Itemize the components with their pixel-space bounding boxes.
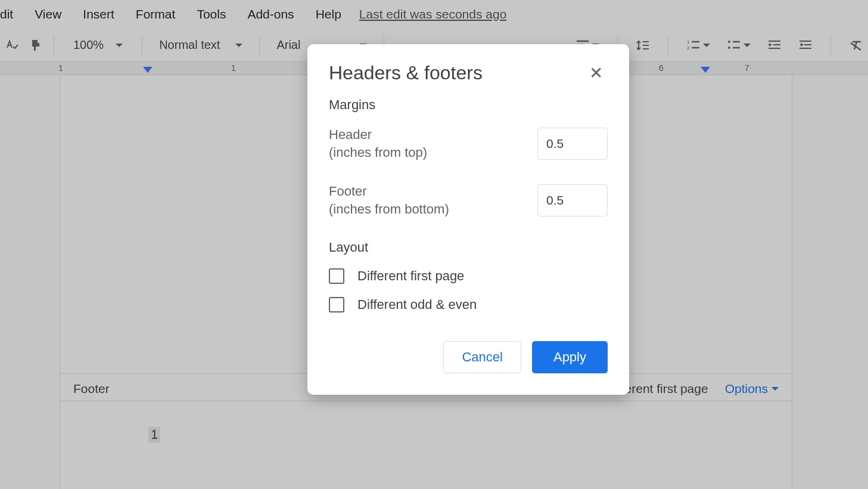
cancel-button[interactable]: Cancel	[443, 341, 521, 373]
apply-button[interactable]: Apply	[532, 341, 608, 373]
different-odd-even-checkbox[interactable]	[329, 297, 344, 312]
different-first-page-label: Different first page	[357, 268, 464, 284]
dialog-title: Headers & footers	[329, 62, 483, 84]
headers-footers-dialog: Headers & footers ✕ Margins Header (inch…	[307, 44, 629, 395]
footer-margin-input[interactable]	[537, 184, 608, 216]
close-button[interactable]: ✕	[584, 61, 608, 85]
footer-margin-row: Footer (inches from bottom)	[329, 182, 608, 218]
different-odd-even-row: Different odd & even	[329, 297, 608, 312]
layout-section-title: Layout	[329, 240, 608, 255]
margins-section-title: Margins	[329, 97, 608, 113]
different-first-page-checkbox[interactable]	[329, 268, 344, 284]
footer-margin-label: Footer (inches from bottom)	[329, 182, 449, 218]
different-first-page-row: Different first page	[329, 268, 608, 284]
different-odd-even-label: Different odd & even	[357, 297, 477, 312]
header-margin-input[interactable]	[537, 128, 608, 160]
header-margin-row: Header (inches from top)	[329, 126, 608, 161]
header-margin-label: Header (inches from top)	[329, 126, 427, 161]
